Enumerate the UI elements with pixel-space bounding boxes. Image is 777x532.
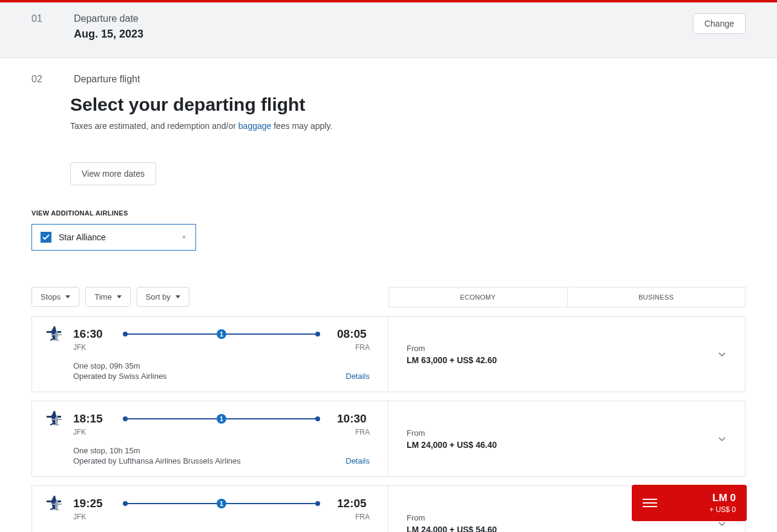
time-dropdown[interactable]: Time — [85, 287, 130, 307]
baggage-link[interactable]: baggage — [238, 121, 272, 131]
cart-cash: + US$ 0 — [668, 505, 736, 514]
checkbox-checked-icon — [41, 232, 51, 243]
arrival-airport: FRA — [355, 343, 370, 352]
departure-airport: JFK — [73, 513, 86, 521]
page-subtitle: Taxes are estimated, and redemption and/… — [70, 121, 707, 131]
cart-summary[interactable]: LM 0 + US$ 0 — [632, 485, 747, 521]
price: LM 24,000 + US$ 46.40 — [407, 440, 497, 450]
tab-economy[interactable]: ECONOMY — [389, 287, 568, 307]
from-label: From — [407, 513, 497, 522]
airline-checkbox-star-alliance[interactable]: Star Alliance ✶ — [31, 224, 196, 251]
from-label: From — [407, 344, 497, 353]
arrival-time: 10:30 — [337, 412, 370, 425]
time-label: Time — [94, 292, 111, 301]
from-label: From — [407, 429, 497, 438]
flight-price-panel[interactable]: From LM 63,000 + US$ 42.60 — [388, 317, 745, 392]
arrival-time: 12:05 — [337, 497, 370, 510]
stops-text: One stop, 10h 15m — [73, 446, 370, 455]
operated-by: Operated by Lufthansa Airlines Brussels … — [73, 456, 370, 465]
plane-icon — [45, 325, 65, 344]
step-02-title: Departure flight — [74, 74, 140, 85]
route-line: 1 — [122, 499, 321, 508]
page-title: Select your departing flight — [70, 94, 707, 115]
chevron-down-icon — [117, 295, 122, 298]
controls-row: Stops Time Sort by ECONOMY BUSINESS — [0, 251, 777, 307]
step-01-value: Aug. 15, 2023 — [74, 28, 667, 41]
arrival-time: 08:05 — [337, 327, 370, 341]
subtitle-text-b: fees may apply. — [271, 121, 332, 131]
menu-icon — [643, 499, 657, 507]
step-01-title: Departure date — [74, 13, 667, 24]
chevron-down-icon — [65, 295, 70, 298]
departure-time: 18:15 — [73, 412, 106, 425]
flight-itinerary: 16:30 1 08:05 JFK FRA One stop, 09h 35m … — [32, 317, 388, 392]
departure-time: 19:25 — [73, 497, 106, 510]
plane-icon — [45, 410, 65, 429]
airline-name: Star Alliance — [59, 232, 174, 242]
stop-count-badge: 1 — [217, 414, 226, 424]
additional-airlines: VIEW ADDITIONAL AIRLINES Star Alliance ✶ — [0, 185, 777, 251]
step-02-number: 02 — [31, 74, 48, 85]
chevron-down-icon — [175, 295, 180, 298]
flight-price-panel[interactable]: From LM 24,000 + US$ 46.40 — [388, 401, 745, 476]
route-line: 1 — [122, 414, 321, 424]
details-link[interactable]: Details — [346, 372, 370, 381]
stops-dropdown[interactable]: Stops — [31, 287, 79, 307]
departure-time: 16:30 — [73, 327, 106, 341]
change-button[interactable]: Change — [693, 13, 746, 34]
step-02-section: 02 Departure flight — [0, 58, 777, 94]
operated-by: Operated by Swiss Airlines — [73, 372, 370, 381]
stops-label: Stops — [41, 292, 61, 301]
departure-airport: JFK — [73, 343, 86, 352]
chevron-down-icon — [717, 434, 727, 444]
sort-label: Sort by — [146, 292, 171, 301]
step-01-section: 01 Departure date Aug. 15, 2023 Change — [0, 2, 777, 58]
main-content: Select your departing flight Taxes are e… — [0, 94, 777, 185]
route-line: 1 — [122, 329, 321, 339]
stops-text: One stop, 09h 35m — [73, 361, 370, 370]
star-alliance-icon: ✶ — [181, 233, 187, 241]
departure-airport: JFK — [73, 428, 86, 436]
price: LM 63,000 + US$ 42.60 — [407, 355, 497, 365]
airlines-label: VIEW ADDITIONAL AIRLINES — [31, 209, 746, 217]
price: LM 24,000 + US$ 54.60 — [407, 525, 497, 533]
stop-count-badge: 1 — [217, 329, 226, 339]
arrival-airport: FRA — [355, 513, 370, 521]
tab-business[interactable]: BUSINESS — [568, 287, 746, 307]
step-01-number: 01 — [31, 13, 48, 24]
flight-row: 16:30 1 08:05 JFK FRA One stop, 09h 35m … — [31, 316, 746, 392]
subtitle-text-a: Taxes are estimated, and redemption and/… — [70, 121, 238, 131]
arrival-airport: FRA — [355, 428, 370, 436]
flight-itinerary: 19:25 1 12:05 JFK FRA One stop, 10h 40m … — [32, 486, 388, 532]
stop-count-badge: 1 — [217, 499, 226, 508]
fare-tabs: ECONOMY BUSINESS — [388, 287, 746, 307]
flight-row: 18:15 1 10:30 JFK FRA One stop, 10h 15m … — [31, 401, 746, 477]
details-link[interactable]: Details — [346, 456, 370, 465]
chevron-down-icon — [717, 349, 727, 359]
cart-miles: LM 0 — [668, 492, 736, 504]
view-more-dates-button[interactable]: View more dates — [70, 162, 156, 185]
sort-dropdown[interactable]: Sort by — [137, 287, 189, 307]
plane-icon — [45, 494, 65, 514]
flight-itinerary: 18:15 1 10:30 JFK FRA One stop, 10h 15m … — [32, 401, 388, 476]
